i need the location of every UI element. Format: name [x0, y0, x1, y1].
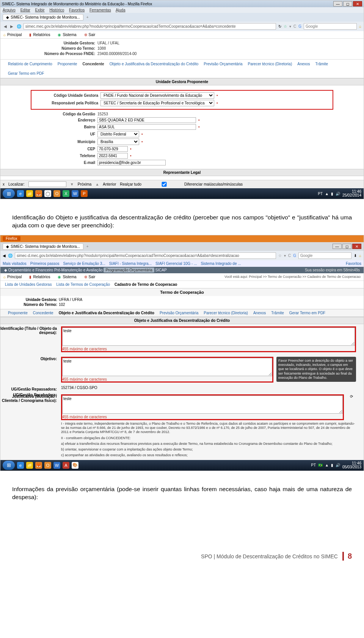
list-termos[interactable]: Lista de Termos de Cooperação	[56, 282, 110, 287]
nav-principal[interactable]: ⌂Principal	[3, 33, 22, 37]
taskbar-outlook-icon[interactable]: O	[44, 462, 51, 469]
url-field-2[interactable]: simec-d.mec.gov.br/elabrev/elabrev.php?m…	[15, 252, 276, 259]
reload-icon[interactable]: ↻	[278, 24, 281, 28]
tab-objeto[interactable]: Objeto e Justificativa da Descentralizaç…	[110, 62, 199, 66]
tab-previsao[interactable]: Previsão Orçamentária	[204, 62, 242, 66]
taskbar-paint-icon[interactable]: 🎨	[72, 462, 78, 469]
tab-proponente[interactable]: Proponente	[58, 62, 77, 66]
bc-orc[interactable]: Orçamentário e Financeiro	[8, 268, 53, 272]
menu-historico[interactable]: Histórico	[49, 8, 64, 12]
start-button[interactable]: ⊞	[3, 189, 15, 198]
textarea-identificacao[interactable]: teste	[62, 328, 355, 346]
minimize-button[interactable]: —	[333, 244, 342, 249]
taskbar-explorer-icon[interactable]: 📁	[26, 462, 33, 469]
taskbar-powerpoint-icon[interactable]: P	[81, 190, 88, 197]
tab-previsao[interactable]: Previsão Orçamentária	[160, 311, 198, 315]
textarea-justificativa[interactable]: teste	[62, 395, 343, 414]
maximize-button[interactable]: ◻	[342, 244, 351, 249]
taskbar-chrome-icon[interactable]: ◯	[44, 190, 51, 197]
close-button[interactable]: ✕	[352, 244, 361, 249]
list-cadastro[interactable]: Cadastro de Termo de Cooperacao	[115, 282, 177, 287]
new-tab-button[interactable]: +	[86, 15, 89, 19]
taskbar-excel-icon[interactable]: X	[63, 190, 69, 197]
bk-favoritos[interactable]: Favoritos	[346, 262, 361, 266]
menu-arquivo[interactable]: Arquivo	[3, 8, 16, 12]
select-municipio[interactable]: Brasília	[97, 139, 139, 145]
url-field[interactable]: simec.mec.gov.br/elabrev/elabrev.php?mod…	[24, 23, 276, 30]
tab-concedente[interactable]: Concedente	[82, 62, 104, 66]
menu-editar[interactable]: Editar	[20, 8, 30, 12]
nav-relatorios[interactable]: ▮Relatórios	[29, 275, 50, 279]
bk-mais[interactable]: Mais visitados	[3, 262, 27, 266]
home-icon[interactable]: ⌂	[359, 254, 361, 258]
bk-primeiros[interactable]: Primeiros passos	[30, 262, 60, 266]
menu-favoritos[interactable]: Favoritos	[69, 8, 85, 12]
tab-tramite[interactable]: Trâmite	[271, 311, 284, 315]
forward-icon[interactable]: ▶	[10, 24, 13, 28]
nav-sair[interactable]: ⊗Sair	[84, 275, 96, 279]
taskbar-firefox-icon[interactable]: 🦊	[35, 462, 42, 469]
input-telefone[interactable]	[97, 153, 128, 159]
nav-sistema[interactable]: ◉Sistema	[58, 33, 76, 37]
maximize-button[interactable]: ◻	[343, 1, 352, 6]
select-codigo-ug[interactable]: FNDE / Fundo Nacional de Desenvolvimento…	[100, 92, 214, 99]
bc-pre[interactable]: Pré-Manutenção e Avaliação	[54, 268, 103, 272]
menu-exibir[interactable]: Exibir	[35, 8, 45, 12]
input-cep[interactable]	[97, 146, 128, 152]
new-tab-button[interactable]: +	[86, 244, 89, 249]
tab-relatorio[interactable]: Relatório de Cumprimento	[8, 62, 52, 66]
tab-anexos[interactable]: Anexos	[253, 311, 266, 315]
input-email[interactable]	[97, 160, 166, 165]
input-bairro[interactable]	[97, 124, 196, 130]
home-icon[interactable]: ⌂	[359, 24, 361, 28]
taskbar-adobe-icon[interactable]: A	[63, 462, 69, 469]
bc-prog[interactable]: Programação Orçamentária	[104, 268, 154, 273]
search-box[interactable]: Google	[304, 23, 357, 30]
select-uf[interactable]: Distrito Federal	[97, 131, 139, 137]
nav-sair[interactable]: ⊗Sair	[84, 33, 96, 37]
find-prev[interactable]: Anterior	[103, 182, 116, 186]
firefox-menu-button[interactable]: Firefox	[3, 236, 20, 241]
taskbar-word-icon[interactable]: W	[72, 190, 78, 197]
list-ug[interactable]: Lista de Unidades Gestoras	[5, 282, 52, 287]
tab-gerar-pdf[interactable]: Gerar Termo em PDF	[289, 311, 325, 315]
bk-siafi[interactable]: SIAFI - Sistema Integra...	[109, 262, 152, 266]
taskbar-ie-icon[interactable]: e	[17, 462, 24, 469]
browser-tab[interactable]: ◆ SIMEC- Sistema Integrado de Monitora..…	[3, 14, 83, 20]
tab-concedente[interactable]: Concedente	[33, 311, 53, 315]
minimize-button[interactable]: —	[333, 1, 342, 6]
bk-sist[interactable]: Sistema Integrado de ...	[201, 262, 241, 266]
input-endereco[interactable]	[97, 117, 196, 123]
tab-objeto[interactable]: Objeto e Justificativa da Descentralizaç…	[59, 311, 154, 315]
tab-gerar-pdf[interactable]: Gerar Termo em PDF	[8, 71, 44, 76]
tab-tramite[interactable]: Trâmite	[315, 62, 328, 66]
find-input[interactable]	[28, 181, 66, 187]
nav-sistema[interactable]: ◉Sistema	[58, 275, 76, 279]
find-close-icon[interactable]: x	[3, 182, 5, 186]
find-next[interactable]: Próxima	[78, 182, 92, 186]
bk-emul[interactable]: Serviço de Emulação 3...	[63, 262, 105, 266]
find-highlight[interactable]: Realçar tudo	[120, 182, 141, 186]
close-button[interactable]: ✕	[353, 1, 362, 6]
tab-proponente[interactable]: Proponente	[8, 311, 28, 315]
bk-siafig[interactable]: SIAFI Gerencial 10G - ...	[155, 262, 197, 266]
taskbar-word-icon[interactable]: W	[53, 462, 60, 469]
menu-ajuda[interactable]: Ajuda	[116, 8, 126, 12]
textarea-objetivo[interactable]: teste	[62, 358, 272, 376]
back-icon[interactable]: ◀	[4, 24, 7, 28]
menu-ferramentas[interactable]: Ferramentas	[89, 8, 111, 12]
taskbar-ie-icon[interactable]: e	[17, 190, 24, 197]
download-icon[interactable]: ⬇	[354, 254, 357, 258]
refresh-icon[interactable]: ⟳	[347, 394, 356, 399]
taskbar-outlook-icon[interactable]: O	[53, 190, 60, 197]
tab-anexos[interactable]: Anexos	[297, 62, 310, 66]
bc-sicap[interactable]: SICAP	[155, 268, 167, 272]
taskbar-explorer-icon[interactable]: 📁	[26, 190, 33, 197]
tab-parecer[interactable]: Parecer técnico (Diretoria)	[204, 311, 248, 315]
taskbar-firefox-icon[interactable]: 🦊	[35, 190, 42, 197]
start-button[interactable]: ⊞	[3, 461, 15, 470]
browser-tab-2[interactable]: ◆ SIMEC- Sistema Integrado de Monitora..…	[3, 243, 83, 250]
nav-relatorios[interactable]: ▮Relatórios	[29, 33, 50, 37]
find-matchcase-checkbox[interactable]	[145, 182, 183, 187]
back-icon[interactable]: ◀	[3, 254, 6, 258]
